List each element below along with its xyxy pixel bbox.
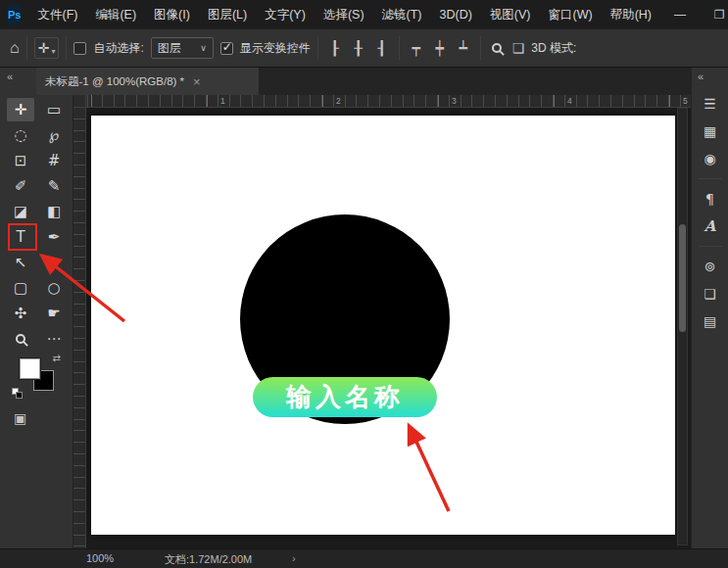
more-tools-button[interactable]: ⋯: [40, 327, 68, 351]
tools-panel: ✛ ▭ ◌ ℘ ⊡ # ✐ ✎ ◪ ◧ T ✒ ↖ ▢ ○ ✣ ☛ ⋯ ⇄: [0, 95, 73, 548]
align-middle-icon[interactable]: ┿: [430, 40, 450, 56]
chevron-down-icon: ∨: [200, 43, 207, 53]
separator: [480, 36, 481, 60]
align-bottom-icon[interactable]: ┷: [454, 40, 473, 56]
status-bar: 100% 文档:1.72M/2.00M ›: [0, 548, 728, 568]
adjustments-panel-icon[interactable]: ☰: [697, 91, 724, 117]
character-panel-icon[interactable]: A: [697, 213, 724, 239]
photoshop-logo: Ps: [8, 4, 21, 25]
info-panel-icon[interactable]: ▤: [697, 308, 724, 334]
gradient-tool[interactable]: ◧: [40, 200, 68, 223]
ruler-tick: 1: [220, 95, 225, 107]
elliptical-marquee-tool[interactable]: ◌: [7, 123, 34, 147]
divider: [699, 246, 722, 247]
show-transform-label: 显示变换控件: [240, 40, 311, 57]
rectangular-marquee-tool[interactable]: ▭: [40, 98, 68, 121]
home-icon[interactable]: ⌂: [10, 39, 20, 57]
auto-select-checkbox[interactable]: [73, 42, 86, 55]
rectangle-tool[interactable]: ▢: [7, 276, 34, 300]
hand-tool[interactable]: ☛: [40, 302, 68, 325]
eyedropper-tool[interactable]: ✐: [7, 174, 34, 198]
collapse-dock-icon[interactable]: «: [698, 71, 703, 82]
pen-tool[interactable]: ✒: [40, 225, 68, 249]
swap-colors-icon[interactable]: ⇄: [53, 353, 61, 363]
align-center-icon[interactable]: ╂: [349, 40, 368, 56]
auto-select-target-value: 图层: [158, 40, 181, 57]
menu-item-help[interactable]: 帮助(H): [602, 0, 660, 29]
align-right-icon[interactable]: ┨: [372, 40, 392, 56]
separator: [26, 36, 27, 60]
close-tab-icon[interactable]: ×: [193, 75, 201, 88]
quick-mask-icon[interactable]: ▣: [14, 410, 26, 426]
custom-shape-tool[interactable]: ✣: [7, 302, 34, 325]
tools-panel-header: «: [0, 68, 36, 95]
separator: [317, 36, 318, 60]
menu-item-view[interactable]: 视图(V): [481, 0, 540, 29]
show-transform-checkbox[interactable]: [220, 42, 233, 55]
ruler-tick: 2: [336, 95, 341, 107]
distribute-buttons-group: ┯ ┿ ┷: [407, 40, 473, 56]
lasso-tool[interactable]: ℘: [40, 123, 68, 147]
zoom-tool[interactable]: [7, 327, 34, 351]
eraser-tool[interactable]: ◪: [7, 200, 34, 223]
foreground-color-swatch[interactable]: [20, 358, 40, 379]
move-tool[interactable]: ✛: [7, 98, 34, 121]
vertical-ruler: [73, 108, 86, 548]
window-controls: — ❐: [660, 0, 728, 29]
color-panel-icon[interactable]: ◉: [697, 146, 724, 171]
type-tool[interactable]: T: [7, 225, 34, 249]
menu-item-edit[interactable]: 编辑(E): [86, 0, 145, 29]
align-top-icon[interactable]: ┯: [407, 40, 426, 56]
menu-item-image[interactable]: 图像(I): [145, 0, 199, 29]
workspace-icon[interactable]: ❏: [512, 40, 525, 56]
separator: [399, 36, 400, 60]
3d-mode-label: 3D 模式:: [531, 40, 576, 57]
menu-item-select[interactable]: 选择(S): [315, 0, 373, 29]
default-colors-icon[interactable]: [12, 388, 24, 400]
ellipse-tool[interactable]: ○: [40, 276, 68, 300]
horizontal-ruler: 1 2 3 4 5: [86, 95, 691, 108]
collapse-panel-icon[interactable]: «: [7, 71, 12, 82]
auto-select-target-dropdown[interactable]: 图层 ∨: [151, 37, 214, 59]
document-tab-title: 未标题-1 @ 100%(RGB/8) *: [45, 74, 184, 89]
align-left-icon[interactable]: ┠: [325, 40, 345, 56]
menu-item-type[interactable]: 文字(Y): [256, 0, 315, 29]
canvas[interactable]: 输入名称: [91, 116, 675, 535]
vertical-scrollbar[interactable]: [677, 108, 688, 545]
ruler-tick: 5: [683, 95, 688, 107]
magnifier-icon: [16, 334, 25, 344]
document-tab[interactable]: 未标题-1 @ 100%(RGB/8) * ×: [36, 68, 259, 95]
menu-item-filter[interactable]: 滤镜(T): [373, 0, 431, 29]
document-size-info: 文档:1.72M/2.00M: [165, 552, 252, 567]
active-tool-preset[interactable]: ✛ ▾: [34, 37, 60, 59]
options-bar: ⌂ ✛ ▾ 自动选择: 图层 ∨ 显示变换控件 ┠ ╂ ┨ ┯ ┿ ┷ ❏ 3D…: [0, 29, 728, 68]
menu-item-layer[interactable]: 图层(L): [199, 0, 256, 29]
properties-panel-icon[interactable]: ⊚: [697, 254, 724, 279]
minimize-icon[interactable]: —: [660, 0, 700, 29]
paragraph-panel-icon[interactable]: ¶: [697, 186, 724, 212]
status-expand-icon[interactable]: ›: [292, 552, 296, 564]
menu-item-file[interactable]: 文件(F): [28, 0, 86, 29]
ruler-tick: 3: [452, 95, 457, 107]
align-buttons-group: ┠ ╂ ┨: [325, 40, 392, 56]
default-background-icon: [16, 392, 23, 399]
ruler-corner: [73, 95, 86, 108]
tool-grid: ✛ ▭ ◌ ℘ ⊡ # ✐ ✎ ◪ ◧ T ✒ ↖ ▢ ○ ✣ ☛ ⋯: [4, 97, 71, 352]
input-name-button: 输入名称: [253, 377, 437, 417]
restore-icon[interactable]: ❐: [700, 0, 728, 29]
menu-item-window[interactable]: 窗口(W): [540, 0, 602, 29]
layers-panel-icon[interactable]: ❏: [697, 281, 724, 307]
crop-tool[interactable]: #: [40, 149, 68, 172]
quick-selection-tool[interactable]: ⊡: [7, 149, 34, 172]
path-selection-tool[interactable]: ↖: [7, 251, 34, 274]
separator: [66, 36, 67, 60]
search-icon[interactable]: [492, 43, 502, 53]
photoshop-window: Ps 文件(F) 编辑(E) 图像(I) 图层(L) 文字(Y) 选择(S) 滤…: [0, 0, 728, 568]
auto-select-label: 自动选择:: [93, 40, 143, 57]
styles-panel-icon[interactable]: ▦: [697, 118, 724, 144]
menu-item-3d[interactable]: 3D(D): [431, 0, 481, 29]
chevron-down-icon: ▾: [51, 47, 55, 56]
scrollbar-thumb[interactable]: [679, 224, 686, 332]
zoom-level-field[interactable]: 100%: [86, 552, 114, 564]
brush-tool[interactable]: ✎: [40, 174, 68, 198]
